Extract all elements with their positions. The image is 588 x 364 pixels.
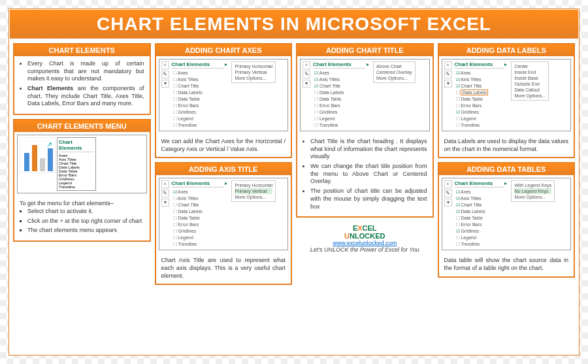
- menu-lead: To get the menu for chart elements–: [20, 200, 144, 208]
- menu-step: Select chart to activate it.: [27, 208, 144, 216]
- axes-submenu: Primary HorizontalPrimary VerticalMore O…: [231, 61, 276, 83]
- ct-item: We can change the chart title position f…: [310, 163, 427, 186]
- card-title: CHART ELEMENTS: [14, 44, 150, 56]
- card-axis-title: ADDING AXIS TITLE +✎▾ Chart Elements Axe…: [155, 162, 293, 285]
- chart-title-submenu: Above ChartCentered OverlayMore Options.…: [373, 61, 416, 83]
- card-data-tables: ADDING DATA TABLES +✎▾ Chart Elements Ax…: [438, 162, 576, 277]
- data-tables-body: Data table will show the chart source da…: [444, 257, 569, 272]
- card-chart-title: ADDING CHART TITLE +✎▾ Chart Elements Ax…: [296, 43, 434, 218]
- chevron-right-icon: ▸: [367, 61, 369, 67]
- axis-title-submenu: Primary HorizontalPrimary VerticalMore O…: [231, 180, 276, 202]
- axes-body: We can add the Chart Axes for the Horizo…: [161, 138, 286, 153]
- ct-item: Chart Title is the chart heading . It di…: [310, 138, 427, 161]
- card-title: ADDING CHART AXES: [156, 44, 291, 56]
- chart-thumbnail: ↗: [20, 137, 56, 173]
- axis-title-body: Chart Axis Title are used to represent w…: [161, 257, 286, 280]
- menu-step: The chart elements menu appears: [27, 227, 144, 235]
- side-icons: +✎▾: [161, 180, 169, 207]
- card-menu: CHART ELEMENTS MENU ↗ Chart Elements Axe…: [13, 119, 151, 242]
- chevron-right-icon: ▸: [504, 61, 507, 67]
- footer-link[interactable]: www.excelunlocked.com: [333, 240, 397, 246]
- card-chart-elements: CHART ELEMENTS Every Chart is made up of…: [13, 43, 151, 115]
- data-labels-body: Data Labels are used to display the data…: [444, 138, 569, 153]
- card-data-labels: ADDING DATA LABELS +✎▾ Chart Elements Ax…: [438, 43, 576, 158]
- data-tables-submenu: With Legend KeysNo Legend KeysMore Optio…: [511, 180, 555, 202]
- card-axes: ADDING CHART AXES +✎▾ Chart Elements Axe…: [155, 43, 293, 158]
- menu-step: Click on the + at the top right corner o…: [27, 218, 144, 225]
- side-icons: +✎▾: [302, 61, 310, 88]
- data-labels-submenu: CenterInside EndInside BaseOutside EndDa…: [511, 61, 549, 101]
- logo: EXCELUNLOCKED: [296, 224, 434, 240]
- card-title: ADDING AXIS TITLE: [156, 163, 291, 175]
- side-icons: +✎▾: [444, 61, 452, 88]
- chevron-right-icon: ▸: [225, 61, 227, 67]
- side-icons: +✎▾: [444, 180, 452, 207]
- card-title: ADDING DATA TABLES: [439, 163, 574, 175]
- chevron-right-icon: ▸: [504, 180, 507, 186]
- intro-item: Chart Elements are the components of cha…: [27, 85, 144, 108]
- footer-tagline: Let's UNLOCK the Power of Excel for You: [296, 246, 434, 253]
- footer: EXCELUNLOCKED www.excelunlocked.com Let'…: [296, 224, 434, 253]
- card-title: CHART ELEMENTS MENU: [14, 120, 150, 132]
- chevron-right-icon: ▸: [225, 180, 227, 186]
- card-title: ADDING DATA LABELS: [439, 44, 574, 56]
- card-title: ADDING CHART TITLE: [297, 44, 433, 56]
- ct-item: The position of chart title can be adjus…: [310, 188, 427, 210]
- intro-item: Every Chart is made up of certain compon…: [27, 60, 144, 83]
- main-title: CHART ELEMENTS IN MICROSOFT EXCEL: [9, 9, 579, 39]
- chart-elements-popup: Chart Elements AxesAxis TitlesChart Titl…: [57, 137, 96, 191]
- side-icons: +✎▾: [161, 61, 169, 88]
